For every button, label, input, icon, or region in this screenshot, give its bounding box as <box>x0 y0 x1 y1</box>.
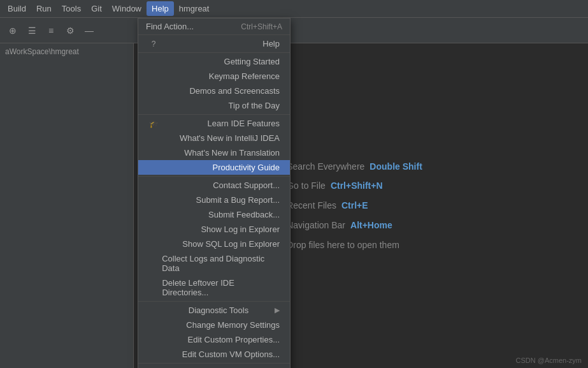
label-feedback: Submit Feedback... <box>208 210 280 219</box>
shortcut-recent-label: Recent Files <box>287 196 336 216</box>
align-justify-icon[interactable]: ≡ <box>43 23 59 38</box>
shortcut-navbar-key: Alt+Home <box>350 216 392 235</box>
help-dropdown: Find Action... Ctrl+Shift+A ? Help Getti… <box>138 18 290 368</box>
menu-item-diagnostic[interactable]: Diagnostic Tools ▶ <box>138 303 290 318</box>
menu-help[interactable]: Help <box>147 1 174 16</box>
toolbar: ⊕ ☰ ≡ ⚙ — <box>0 18 588 43</box>
watermark: CSDN @Acmen-zym <box>516 357 582 364</box>
find-action-label: Find Action... <box>146 22 194 31</box>
menu-item-delete-leftover[interactable]: Delete Leftover IDE Directories... <box>138 276 290 300</box>
menu-item-productivity[interactable]: Productivity Guide <box>138 160 290 175</box>
sidebar-path: aWorkSpace\hmgreat <box>0 43 133 60</box>
menu-item-help[interactable]: ? Help <box>138 36 290 51</box>
minus-icon[interactable]: — <box>82 23 97 38</box>
shortcut-navbar: Navigation Bar Alt+Home <box>287 216 422 235</box>
section-getting-started: Getting Started Keymap Reference Demos a… <box>138 53 290 115</box>
menu-item-getting-started[interactable]: Getting Started <box>138 54 290 69</box>
gear-icon[interactable]: ⚙ <box>62 23 78 38</box>
shortcut-drop-label: Drop files here to open them <box>287 235 399 255</box>
label-custom-vm: Edit Custom VM Options... <box>182 350 280 359</box>
label-memory: Change Memory Settings <box>186 320 280 330</box>
section-learn: 🎓 Learn IDE Features What's New in Intel… <box>138 115 290 177</box>
project-name: hmgreat <box>179 4 210 13</box>
menu-item-feedback[interactable]: Submit Feedback... <box>138 207 290 222</box>
shortcut-drop: Drop files here to open them <box>287 235 422 255</box>
add-icon[interactable]: ⊕ <box>5 23 20 38</box>
menu-run[interactable]: Run <box>31 1 57 16</box>
menu-bar: Build Run Tools Git Window Help hmgreat <box>0 0 588 18</box>
shortcut-recent: Recent Files Ctrl+E <box>287 196 422 216</box>
menu-item-memory[interactable]: Change Memory Settings <box>138 318 290 332</box>
align-left-icon[interactable]: ☰ <box>24 23 39 38</box>
help-icon: ? <box>148 40 159 48</box>
menu-item-bug[interactable]: Submit a Bug Report... <box>138 193 290 207</box>
shortcut-search-label: Search Everywhere <box>287 157 364 177</box>
section-diagnostic: Diagnostic Tools ▶ Change Memory Setting… <box>138 302 290 364</box>
label-getting-started: Getting Started <box>224 57 280 66</box>
section-contact: Contact Support... Submit a Bug Report..… <box>138 177 290 302</box>
menu-item-show-log[interactable]: Show Log in Explorer <box>138 222 290 237</box>
section-register: Register... Check for Updates... About <box>138 364 290 368</box>
menu-item-whats-new-intellij[interactable]: What's New in IntelliJ IDEA <box>138 131 290 145</box>
label-learn: Learn IDE Features <box>208 119 280 128</box>
menu-item-custom-vm[interactable]: Edit Custom VM Options... <box>138 347 290 362</box>
menu-tools[interactable]: Tools <box>57 1 86 16</box>
shortcut-goto-label: Go to File <box>287 176 326 196</box>
menu-window[interactable]: Window <box>107 1 147 16</box>
label-contact: Contact Support... <box>213 180 280 190</box>
menu-item-demos[interactable]: Demos and Screencasts <box>138 84 290 98</box>
label-productivity: Productivity Guide <box>213 163 280 172</box>
shortcut-recent-key: Ctrl+E <box>341 196 368 216</box>
label-diagnostic: Diagnostic Tools <box>189 305 248 315</box>
label-keymap: Keymap Reference <box>209 71 280 81</box>
graduate-icon: 🎓 <box>148 119 159 128</box>
menu-item-tip[interactable]: Tip of the Day <box>138 98 290 113</box>
section-help: ? Help <box>138 35 290 53</box>
label-whats-new-translation: What's New in Translation <box>184 148 280 158</box>
menu-item-help-label: Help <box>262 39 280 48</box>
shortcut-search: Search Everywhere Double Shift <box>287 157 422 177</box>
label-whats-new-intellij: What's New in IntelliJ IDEA <box>180 133 280 143</box>
menu-item-whats-new-translation[interactable]: What's New in Translation <box>138 145 290 160</box>
submenu-arrow: ▶ <box>275 306 280 314</box>
menu-item-contact[interactable]: Contact Support... <box>138 178 290 193</box>
find-action-row[interactable]: Find Action... Ctrl+Shift+A <box>138 18 290 35</box>
label-custom-properties: Edit Custom Properties... <box>188 335 280 344</box>
shortcuts-block: Search Everywhere Double Shift Go to Fil… <box>287 157 422 255</box>
label-collect-logs: Collect Logs and Diagnostic Data <box>162 254 280 273</box>
menu-item-show-sql-log[interactable]: Show SQL Log in Explorer <box>138 237 290 251</box>
shortcut-goto-key: Ctrl+Shift+N <box>331 176 383 196</box>
find-action-shortcut: Ctrl+Shift+A <box>241 22 282 31</box>
menu-item-collect-logs[interactable]: Collect Logs and Diagnostic Data <box>138 251 290 276</box>
menu-build[interactable]: Build <box>3 1 31 16</box>
label-show-sql-log: Show SQL Log in Explorer <box>182 239 280 249</box>
shortcut-search-key: Double Shift <box>369 157 422 177</box>
label-demos: Demos and Screencasts <box>189 86 280 96</box>
menu-item-keymap[interactable]: Keymap Reference <box>138 69 290 84</box>
menu-item-learn[interactable]: 🎓 Learn IDE Features <box>138 116 290 131</box>
shortcut-navbar-label: Navigation Bar <box>287 216 345 235</box>
menu-item-register[interactable]: Register... <box>138 365 290 368</box>
shortcut-goto: Go to File Ctrl+Shift+N <box>287 176 422 196</box>
label-tip: Tip of the Day <box>229 101 280 110</box>
label-delete-leftover: Delete Leftover IDE Directories... <box>162 278 280 297</box>
label-bug: Submit a Bug Report... <box>196 195 280 205</box>
label-show-log: Show Log in Explorer <box>201 224 280 234</box>
menu-item-custom-properties[interactable]: Edit Custom Properties... <box>138 332 290 347</box>
menu-git[interactable]: Git <box>86 1 107 16</box>
sidebar: aWorkSpace\hmgreat <box>0 43 134 368</box>
